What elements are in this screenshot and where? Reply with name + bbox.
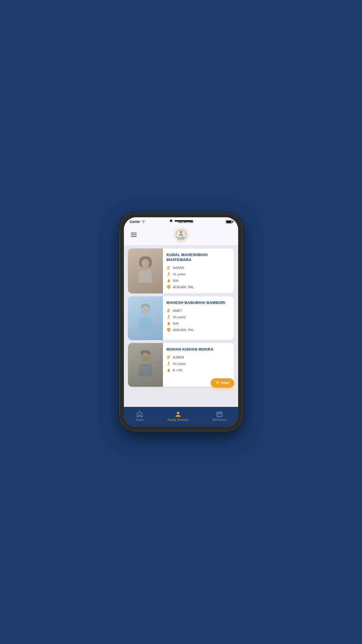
person-name-3: MOHAN KISHAN MOGRA <box>166 347 231 352</box>
blood-drop-icon-1 <box>167 279 171 283</box>
person-blood-2: N/A <box>173 322 178 325</box>
app-header: OSS-SURAT 1968 <box>124 225 238 246</box>
svg-point-36 <box>168 356 169 357</box>
blood-icon-3 <box>166 368 171 372</box>
age-icon-1 <box>166 272 171 276</box>
wifi-icon <box>141 220 145 223</box>
svg-text:OSS-SURAT: OSS-SURAT <box>178 237 184 239</box>
person-age-1: 31 years <box>173 272 186 276</box>
hamburger-menu[interactable] <box>130 232 138 238</box>
person-group-3: AJMER <box>173 356 184 359</box>
svg-rect-43 <box>217 412 222 417</box>
person-blood-row-2: N/A <box>166 321 231 326</box>
speaker-bar <box>175 220 192 222</box>
svg-rect-47 <box>218 414 219 415</box>
svg-point-26 <box>168 315 169 316</box>
battery-icon <box>226 220 232 223</box>
nav-item-home[interactable]: Home <box>131 410 148 423</box>
person-location-row-1: ADAJAN, PAL <box>166 285 231 289</box>
group-icon-3 <box>166 355 171 360</box>
svg-point-12 <box>142 259 149 268</box>
person-info-1: KUNAL MAHESHBHAI BHATEWARA AASAN <box>163 249 234 293</box>
logo-svg: OSS-SURAT 1968 <box>175 228 187 241</box>
age-icon-2 <box>166 315 171 319</box>
person-photo-1 <box>128 249 163 293</box>
location-icon-1 <box>166 285 171 289</box>
svg-rect-48 <box>220 414 221 415</box>
person-blood-row-3: B +VE <box>166 368 231 372</box>
person-blood-3: B +VE <box>173 368 182 372</box>
camera-dot <box>170 220 172 222</box>
svg-point-27 <box>168 329 169 330</box>
matrimony-icon <box>216 411 223 417</box>
person-group-1: AASAN <box>173 266 184 270</box>
hamburger-line-3 <box>131 236 137 237</box>
svg-point-42 <box>177 412 179 414</box>
person-group-row-1: AASAN <box>166 265 231 270</box>
svg-point-37 <box>169 356 170 357</box>
person-walk-icon-1 <box>167 272 171 276</box>
person-location-row-2: ADAJAN, PAL <box>166 328 231 332</box>
person-card-2[interactable]: MAHESH BABUBHAI BAMBORI AMET <box>128 296 234 340</box>
group-icon-2 <box>166 308 171 313</box>
app-logo: OSS-SURAT 1968 <box>173 227 189 242</box>
person-age-row-2: 34 years <box>166 315 231 319</box>
filter-button[interactable]: Filter <box>211 378 234 388</box>
svg-point-25 <box>169 309 170 310</box>
person-group-row-2: AMET <box>166 308 231 313</box>
svg-point-3 <box>180 231 180 232</box>
hamburger-line-1 <box>131 233 137 233</box>
filter-icon <box>215 381 219 385</box>
person-photo-2 <box>128 296 163 340</box>
location-icon-2 <box>166 328 171 332</box>
person-silhouette-2 <box>134 304 157 333</box>
svg-point-14 <box>168 266 169 267</box>
content-area[interactable]: KUNAL MAHESHBHAI BHATEWARA AASAN <box>124 246 238 407</box>
blood-icon-2 <box>166 321 171 326</box>
svg-text:1968: 1968 <box>180 239 182 240</box>
svg-point-4 <box>181 231 182 232</box>
blood-drop-icon-3 <box>167 368 171 372</box>
person-photo-3 <box>128 343 163 387</box>
person-name-1: KUNAL MAHESHBHAI BHATEWARA <box>166 253 231 262</box>
person-group-row-3: AJMER <box>166 355 231 360</box>
blood-drop-icon-2 <box>167 321 171 326</box>
person-age-3: 44 years <box>173 362 186 365</box>
people-icon-1 <box>167 266 171 270</box>
svg-point-24 <box>168 309 169 310</box>
group-icon-1 <box>166 265 171 270</box>
bottom-nav: Home Family Directory <box>124 407 238 427</box>
person-svg <box>175 411 181 417</box>
phone-frame: Carrier 11:54 AM <box>120 213 242 431</box>
nav-label-family-directory: Family Directory <box>168 418 189 421</box>
person-info-2: MAHESH BABUBHAI BAMBORI AMET <box>163 296 234 340</box>
person-blood-1: N/A <box>173 279 178 282</box>
svg-point-2 <box>180 232 182 233</box>
person-location-1: ADAJAN, PAL <box>173 285 194 289</box>
person-blood-row-1: N/A <box>166 278 231 283</box>
camera-area <box>170 220 192 222</box>
nav-label-matrimony: Matrimony <box>212 418 226 421</box>
svg-point-5 <box>182 231 183 232</box>
person-silhouette-1 <box>134 256 157 286</box>
nav-label-home: Home <box>136 418 144 421</box>
person-age-2: 34 years <box>173 315 186 319</box>
hamburger-line-2 <box>131 235 137 235</box>
home-svg <box>136 411 143 417</box>
age-icon-3 <box>166 361 171 366</box>
person-card[interactable]: KUNAL MAHESHBHAI BHATEWARA AASAN <box>128 249 234 293</box>
svg-point-31 <box>142 358 149 361</box>
person-name-2: MAHESH BABUBHAI BAMBORI <box>166 300 231 305</box>
nav-item-matrimony[interactable]: Matrimony <box>208 410 231 423</box>
pin-icon-1 <box>167 285 171 289</box>
calendar-svg <box>216 411 223 417</box>
people-icon-2 <box>167 309 171 312</box>
person-walk-icon-3 <box>167 362 171 366</box>
person-group-2: AMET <box>173 309 182 312</box>
person-location-2: ADAJAN, PAL <box>173 328 194 332</box>
phone-screen: Carrier 11:54 AM <box>124 217 238 427</box>
home-icon <box>136 411 143 417</box>
nav-item-family-directory[interactable]: Family Directory <box>163 410 193 423</box>
svg-point-16 <box>168 272 169 273</box>
person-walk-icon-2 <box>167 315 171 319</box>
